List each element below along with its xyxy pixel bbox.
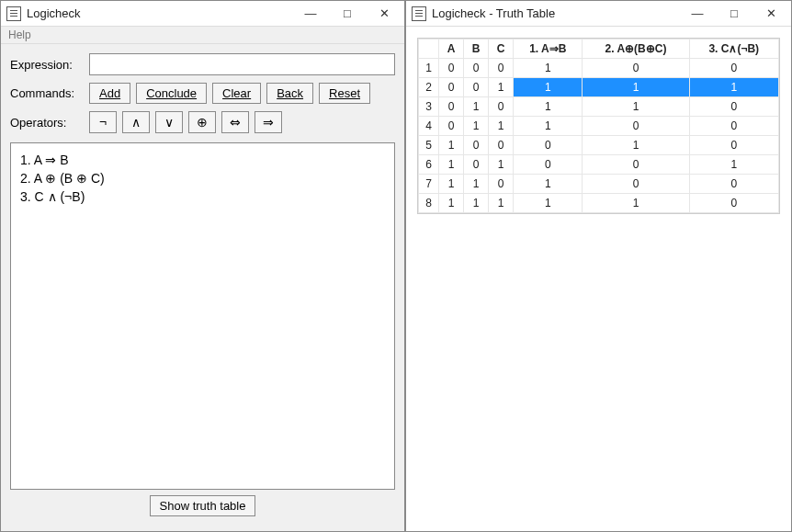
titlebar[interactable]: Logicheck - Truth Table — □ ✕ [406,1,791,27]
window-controls: — □ ✕ [292,2,402,26]
app-icon [6,6,21,21]
menu-help[interactable]: Help [8,28,31,41]
table-cell[interactable]: 1 [514,194,583,213]
table-cell[interactable]: 0 [514,155,583,175]
table-cell[interactable]: 1 [489,155,514,175]
table-cell[interactable]: 1 [464,97,489,117]
table-row[interactable]: 4011100 [419,117,779,136]
table-cell[interactable]: 1 [514,117,583,136]
table-cell[interactable]: 0 [439,59,464,78]
xor-operator-button[interactable]: ⊕ [188,111,216,133]
table-cell[interactable]: 0 [583,155,689,175]
table-cell[interactable]: 1 [514,97,583,117]
maximize-button[interactable]: □ [716,2,752,26]
table-cell[interactable]: 0 [439,97,464,117]
close-button[interactable]: ✕ [366,2,402,26]
table-cell[interactable]: 1 [514,59,583,78]
table-cell[interactable]: 0 [439,78,464,97]
main-window: Logicheck — □ ✕ Help Expression: Command… [0,0,405,532]
table-cell[interactable]: 0 [489,175,514,194]
table-cell[interactable]: 1 [514,78,583,97]
table-cell[interactable]: 1 [583,97,689,117]
conclude-button[interactable]: Conclude [136,83,207,104]
titlebar[interactable]: Logicheck — □ ✕ [1,1,404,27]
row-header: 5 [419,136,439,155]
table-cell[interactable]: 0 [689,59,778,78]
maximize-button[interactable]: □ [329,2,366,26]
minimize-button[interactable]: — [292,2,329,26]
table-row[interactable]: 1000100 [419,59,779,78]
table-cell[interactable]: 0 [689,175,778,194]
table-corner [419,40,439,59]
table-cell[interactable]: 1 [464,175,489,194]
table-cell[interactable]: 1 [583,78,689,97]
back-button[interactable]: Back [266,83,313,104]
window-controls: — □ ✕ [679,2,789,26]
list-item[interactable]: 1. A ⇒ B [20,153,385,167]
add-button[interactable]: Add [89,83,130,104]
column-header[interactable]: 2. A⊕(B⊕C) [583,40,689,59]
column-header[interactable]: B [464,40,489,59]
table-row[interactable]: 8111110 [419,194,779,213]
table-cell[interactable]: 0 [689,194,778,213]
reset-button[interactable]: Reset [319,83,370,104]
minimize-button[interactable]: — [679,2,716,26]
table-cell[interactable]: 0 [464,155,489,175]
table-cell[interactable]: 0 [464,59,489,78]
truth-table: ABC1. A⇒B2. A⊕(B⊕C)3. C∧(¬B) 10001002001… [418,39,779,213]
table-cell[interactable]: 0 [514,136,583,155]
row-header: 4 [419,117,439,136]
table-cell[interactable]: 1 [689,155,778,175]
table-cell[interactable]: 0 [489,59,514,78]
or-operator-button[interactable]: ∨ [155,111,183,133]
table-cell[interactable]: 1 [439,155,464,175]
table-cell[interactable]: 1 [514,175,583,194]
table-cell[interactable]: 0 [689,97,778,117]
and-operator-button[interactable]: ∧ [122,111,150,133]
column-header[interactable]: C [489,40,514,59]
table-row[interactable]: 5100010 [419,136,779,155]
column-header[interactable]: 1. A⇒B [514,40,583,59]
table-cell[interactable]: 0 [689,136,778,155]
table-cell[interactable]: 1 [439,175,464,194]
list-item[interactable]: 3. C ∧ (¬B) [20,189,385,204]
table-cell[interactable]: 0 [583,117,689,136]
table-cell[interactable]: 0 [464,78,489,97]
table-cell[interactable]: 1 [489,194,514,213]
table-cell[interactable]: 1 [489,117,514,136]
table-cell[interactable]: 1 [439,194,464,213]
iff-operator-button[interactable]: ⇔ [221,111,249,133]
table-cell[interactable]: 1 [583,194,689,213]
table-cell[interactable]: 0 [489,136,514,155]
table-cell[interactable]: 0 [689,117,778,136]
table-cell[interactable]: 1 [439,136,464,155]
expression-input[interactable] [89,53,395,75]
close-button[interactable]: ✕ [752,2,789,26]
table-cell[interactable]: 1 [489,78,514,97]
table-row[interactable]: 2001111 [419,78,779,97]
imp-operator-button[interactable]: ⇒ [255,111,282,133]
not-operator-button[interactable]: ¬ [89,111,117,133]
expression-list[interactable]: 1. A ⇒ B2. A ⊕ (B ⊕ C)3. C ∧ (¬B) [10,142,395,490]
row-header: 2 [419,78,439,97]
table-row[interactable]: 6101001 [419,155,779,175]
table-cell[interactable]: 0 [439,117,464,136]
table-row[interactable]: 7110100 [419,175,779,194]
table-cell[interactable]: 0 [583,175,689,194]
commands-label: Commands: [10,86,84,100]
table-cell[interactable]: 1 [583,136,689,155]
table-cell[interactable]: 0 [464,136,489,155]
truth-table-body: ABC1. A⇒B2. A⊕(B⊕C)3. C∧(¬B) 10001002001… [406,27,791,531]
table-cell[interactable]: 1 [689,78,778,97]
list-item[interactable]: 2. A ⊕ (B ⊕ C) [20,171,385,186]
show-truth-table-button[interactable]: Show truth table [150,495,256,516]
column-header[interactable]: A [439,40,464,59]
table-cell[interactable]: 1 [464,194,489,213]
table-cell[interactable]: 0 [583,59,689,78]
table-cell[interactable]: 1 [464,117,489,136]
column-header[interactable]: 3. C∧(¬B) [689,40,778,59]
row-header: 1 [419,59,439,78]
table-row[interactable]: 3010110 [419,97,779,117]
table-cell[interactable]: 0 [489,97,514,117]
clear-button[interactable]: Clear [212,83,261,104]
